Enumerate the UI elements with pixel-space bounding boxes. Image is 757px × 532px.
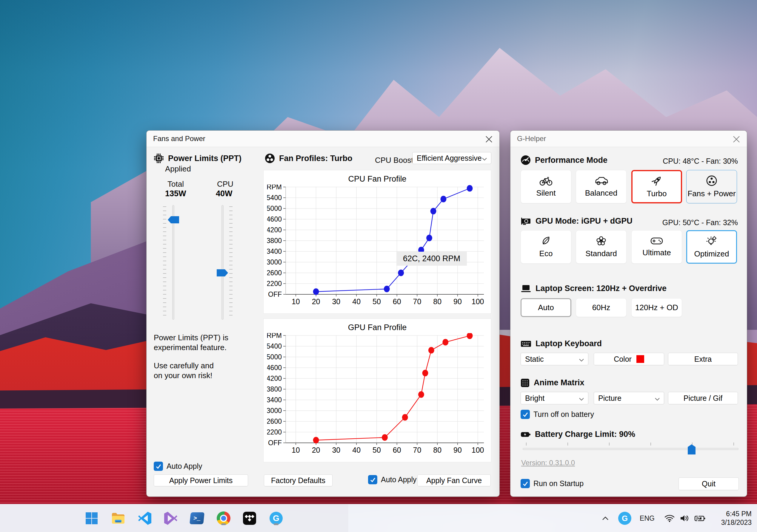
wifi-icon[interactable]	[662, 504, 677, 532]
fan-icon	[265, 153, 275, 163]
chevron-down-icon	[655, 394, 660, 403]
bicycle-icon	[539, 176, 553, 186]
gpu-mode-header: GPU Mode: iGPU + dGPU	[521, 216, 632, 226]
svg-text:2200: 2200	[267, 280, 282, 288]
svg-text:30: 30	[332, 446, 340, 454]
tidal-button[interactable]	[241, 510, 258, 527]
slider-tick	[651, 442, 651, 445]
gpu-tile-optimized[interactable]: Optimized	[686, 230, 737, 264]
fans-window-close-icon[interactable]	[484, 135, 494, 144]
battery-tray-icon[interactable]	[692, 504, 708, 532]
volume-icon[interactable]	[677, 504, 692, 532]
ghelper-titlebar[interactable]: G-Helper	[510, 131, 747, 147]
tray-chevron-up-icon[interactable]	[599, 504, 612, 532]
power-auto-apply-checkbox[interactable]: Auto Apply	[154, 462, 202, 471]
keyboard-icon	[521, 340, 531, 348]
slider-track[interactable]	[523, 448, 739, 450]
run-on-startup-checkbox[interactable]: Run on Startup	[521, 479, 584, 488]
checkbox-checked-icon[interactable]	[521, 410, 530, 419]
svg-text:5400: 5400	[267, 342, 282, 350]
svg-text:80: 80	[433, 446, 441, 454]
screen-option-auto[interactable]: Auto	[521, 298, 571, 317]
gpu-tile-standard[interactable]: Standard	[576, 230, 626, 264]
gamepad-icon	[651, 237, 663, 245]
svg-text:3800: 3800	[267, 385, 282, 393]
slider-tick	[567, 442, 568, 445]
vscode-button[interactable]	[136, 510, 153, 527]
svg-text:RPM: RPM	[267, 184, 282, 191]
tray-language[interactable]: ENG	[638, 504, 656, 532]
experimental-note: Power Limits (PPT) is experimental featu…	[154, 333, 228, 352]
cpu-fan-chart[interactable]: CPU Fan Profile 102030405060708090100OFF…	[263, 170, 491, 314]
gpu-fan-curve-plot[interactable]: 102030405060708090100OFF2200260030003400…	[267, 333, 488, 454]
keyboard-color-button[interactable]: Color	[594, 353, 664, 365]
cpu-power-slider-thumb[interactable]	[217, 269, 228, 276]
cpu-boost-label: CPU Boost	[375, 156, 413, 165]
start-button[interactable]	[83, 510, 100, 527]
cpu-fan-curve-plot[interactable]: 102030405060708090100OFF2200260030003400…	[267, 184, 488, 306]
gpu-fan-chart[interactable]: GPU Fan Profile 102030405060708090100OFF…	[263, 319, 491, 462]
fan-auto-apply-checkbox[interactable]: Auto Apply	[368, 475, 417, 484]
svg-text:60: 60	[393, 297, 401, 306]
mode-tile-silent[interactable]: Silent	[521, 170, 571, 203]
turn-off-on-battery-checkbox[interactable]: Turn off on battery	[521, 410, 594, 419]
matrix-picture-gif-button[interactable]: Picture / Gif	[668, 392, 738, 405]
laptop-icon	[521, 284, 531, 293]
mode-tile-balanced[interactable]: Balanced	[576, 170, 626, 203]
battery-limit-slider[interactable]	[523, 441, 739, 455]
running-indicator	[221, 523, 226, 525]
cpu-label: CPU	[217, 180, 233, 189]
fan-curve-tooltip: 62C, 2400 RPM	[396, 252, 467, 266]
screen-option-60hz[interactable]: 60Hz	[576, 298, 626, 317]
checkbox-checked-icon[interactable]	[368, 475, 377, 484]
taskbar-clock[interactable]: 6:45 PM 3/18/2023	[721, 504, 752, 532]
battery-limit-slider-thumb[interactable]	[688, 444, 695, 455]
tray-ghelper-icon[interactable]: G	[617, 504, 632, 532]
checkbox-checked-icon[interactable]	[521, 479, 530, 488]
checkbox-checked-icon[interactable]	[154, 462, 163, 471]
svg-text:RPM: RPM	[267, 333, 282, 339]
svg-text:4200: 4200	[267, 226, 282, 234]
file-explorer-button[interactable]	[109, 510, 127, 527]
ghelper-close-icon[interactable]	[732, 135, 741, 144]
svg-text:4600: 4600	[267, 364, 282, 372]
svg-text:5000: 5000	[267, 353, 282, 361]
mode-tile-turbo[interactable]: Turbo	[631, 170, 682, 203]
cpu-power-slider[interactable]	[213, 205, 232, 320]
svg-text:3800: 3800	[267, 237, 282, 244]
ghelper-icon: G	[270, 512, 283, 525]
anime-matrix-header: Anime Matrix	[521, 378, 585, 387]
tray-date: 3/18/2023	[721, 518, 752, 527]
factory-defaults-button[interactable]: Factory Defaults	[264, 474, 333, 486]
chevron-down-icon	[482, 154, 487, 162]
windows-start-icon	[85, 512, 98, 525]
total-label: Total	[167, 180, 184, 189]
version-link[interactable]: Version: 0.31.0.0	[521, 459, 575, 467]
visual-studio-button[interactable]	[162, 510, 179, 527]
cpu-boost-select[interactable]: Efficient Aggressive	[412, 152, 491, 164]
applied-link[interactable]: Applied	[165, 164, 191, 174]
total-power-slider[interactable]	[163, 205, 182, 320]
keyboard-mode-select[interactable]: Static	[521, 353, 588, 365]
apply-fan-curve-button[interactable]: Apply Fan Curve	[417, 474, 491, 486]
total-power-slider-thumb[interactable]	[168, 216, 179, 223]
matrix-content-select[interactable]: Picture	[594, 392, 664, 405]
cpu-watts-value: 40W	[216, 189, 232, 198]
slider-track[interactable]	[222, 205, 224, 320]
gpu-tile-eco[interactable]: Eco	[521, 230, 571, 264]
leaf-icon	[541, 236, 551, 246]
keyboard-extra-button[interactable]: Extra	[668, 353, 738, 365]
matrix-brightness-select[interactable]: Bright	[521, 392, 588, 405]
mode-tile-fans-power[interactable]: Fans + Power	[686, 170, 737, 203]
svg-text:90: 90	[453, 297, 462, 306]
ghelper-taskbar-button[interactable]: G	[267, 510, 285, 527]
quit-button[interactable]: Quit	[679, 477, 739, 490]
fans-window-titlebar[interactable]: Fans and Power	[147, 131, 500, 147]
chrome-button[interactable]	[215, 510, 232, 527]
screen-option-120hz-od[interactable]: 120Hz + OD	[631, 298, 682, 317]
apply-power-limits-button[interactable]: Apply Power Limits	[154, 474, 248, 486]
gpu-tile-ultimate[interactable]: Ultimate	[631, 230, 682, 264]
svg-text:90: 90	[453, 446, 462, 454]
powershell-button[interactable]: >_	[188, 510, 206, 527]
speedometer-icon	[521, 155, 531, 165]
